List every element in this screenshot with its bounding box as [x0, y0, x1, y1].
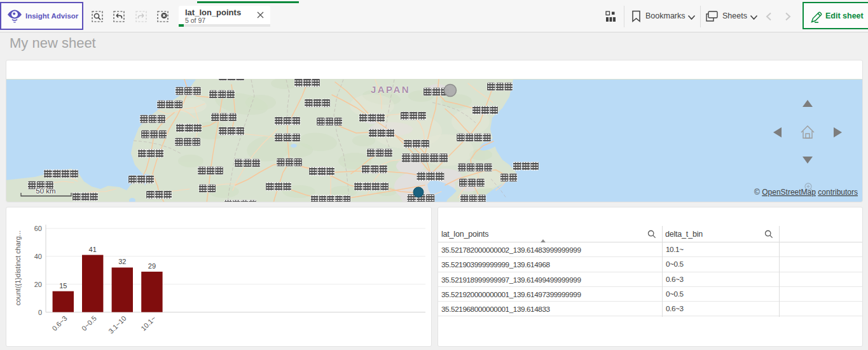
svg-text:count({1}distinct charg...: count({1}distinct charg...	[14, 230, 22, 305]
svg-text:40: 40	[34, 253, 42, 260]
svg-text:20: 20	[34, 281, 42, 288]
svg-text:50 km: 50 km	[36, 187, 55, 195]
svg-text:10.1~: 10.1~	[139, 314, 157, 332]
svg-text:41: 41	[89, 246, 97, 253]
svg-text:JAPAN: JAPAN	[371, 84, 410, 95]
svg-text:60: 60	[34, 225, 42, 232]
svg-text:32: 32	[118, 258, 126, 265]
svg-text:0: 0	[38, 309, 42, 316]
svg-text:3.1~10: 3.1~10	[107, 314, 127, 335]
svg-text:0.6~3: 0.6~3	[51, 314, 69, 332]
svg-text:29: 29	[148, 262, 156, 270]
svg-text:15: 15	[59, 282, 67, 290]
svg-text:0~0.5: 0~0.5	[80, 314, 98, 332]
svg-text:© OpenStreetMap contributors: © OpenStreetMap contributors	[754, 188, 858, 197]
